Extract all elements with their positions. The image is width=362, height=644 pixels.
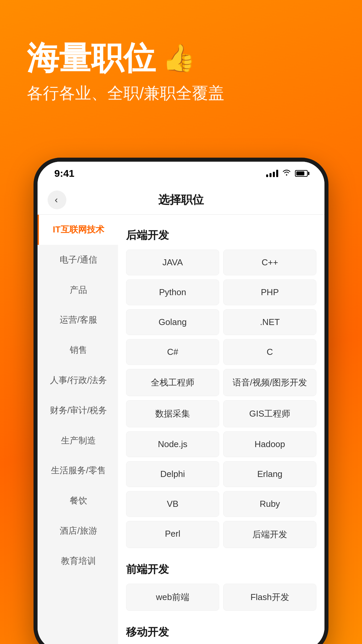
tag-C[interactable]: C bbox=[223, 339, 316, 365]
right-panel: 后端开发JAVAC++PythonPHPGolang.NETC#C全栈工程师语音… bbox=[118, 215, 324, 644]
tag--NET[interactable]: .NET bbox=[223, 309, 316, 335]
tag-----[interactable]: 后端开发 bbox=[223, 521, 316, 548]
tag-Golang[interactable]: Golang bbox=[126, 309, 219, 335]
sidebar-item-11[interactable]: 教育培训 bbox=[38, 546, 118, 576]
sidebar-item-4[interactable]: 销售 bbox=[38, 335, 118, 365]
tag-VB[interactable]: VB bbox=[126, 491, 219, 517]
tag-web--[interactable]: web前端 bbox=[126, 584, 219, 611]
tag-PHP[interactable]: PHP bbox=[223, 279, 316, 305]
tag-JAVA[interactable]: JAVA bbox=[126, 250, 219, 275]
nav-title: 选择职位 bbox=[158, 192, 204, 208]
tag-row: VBRuby bbox=[126, 491, 316, 517]
tag-row: JAVAC++ bbox=[126, 250, 316, 275]
hero-title-text: 海量职位 bbox=[27, 40, 156, 76]
back-button[interactable]: ‹ bbox=[48, 191, 66, 209]
sidebar-item-1[interactable]: 电子/通信 bbox=[38, 245, 118, 275]
sidebar: IT互联网技术电子/通信产品运营/客服销售人事/行政/法务财务/审计/税务生产制… bbox=[38, 215, 118, 644]
section-title-0: 后端开发 bbox=[126, 228, 316, 243]
section-spacer bbox=[126, 552, 316, 559]
status-bar: 9:41 bbox=[38, 162, 324, 185]
tag-Hadoop[interactable]: Hadoop bbox=[223, 431, 316, 457]
tag-Delphi[interactable]: Delphi bbox=[126, 461, 219, 487]
tag-row: Golang.NET bbox=[126, 309, 316, 335]
back-icon: ‹ bbox=[55, 195, 58, 205]
tag-Python[interactable]: Python bbox=[126, 279, 219, 305]
battery-icon bbox=[295, 170, 308, 177]
tag-----------[interactable]: 语音/视频/图形开发 bbox=[223, 369, 316, 396]
tag-Ruby[interactable]: Ruby bbox=[223, 491, 316, 517]
sidebar-item-8[interactable]: 生活服务/零售 bbox=[38, 455, 118, 486]
tag-row: PythonPHP bbox=[126, 279, 316, 305]
hero-title: 海量职位 👍 bbox=[27, 40, 335, 76]
tag-row: C#C bbox=[126, 339, 316, 365]
hero-section: 海量职位 👍 各行各业、全职/兼职全覆盖 bbox=[0, 0, 362, 124]
sidebar-item-10[interactable]: 酒店/旅游 bbox=[38, 516, 118, 546]
sidebar-item-7[interactable]: 生产制造 bbox=[38, 426, 118, 456]
tag-Erlang[interactable]: Erlang bbox=[223, 461, 316, 487]
content-area: IT互联网技术电子/通信产品运营/客服销售人事/行政/法务财务/审计/税务生产制… bbox=[38, 215, 324, 644]
tag-C--[interactable]: C++ bbox=[223, 250, 316, 275]
hero-subtitle: 各行各业、全职/兼职全覆盖 bbox=[27, 83, 335, 104]
tag-C-[interactable]: C# bbox=[126, 339, 219, 365]
phone-frame: 9:41 ‹ 选择职位 IT互联网技术电子/通信产 bbox=[34, 158, 328, 644]
signal-icon bbox=[266, 170, 278, 177]
sidebar-item-9[interactable]: 餐饮 bbox=[38, 486, 118, 516]
sidebar-item-5[interactable]: 人事/行政/法务 bbox=[38, 365, 118, 395]
sidebar-item-3[interactable]: 运营/客服 bbox=[38, 305, 118, 335]
tag-GIS---[interactable]: GIS工程师 bbox=[223, 400, 316, 427]
tag-Perl[interactable]: Perl bbox=[126, 521, 219, 548]
nav-bar: ‹ 选择职位 bbox=[38, 185, 324, 215]
sidebar-item-2[interactable]: 产品 bbox=[38, 275, 118, 305]
tag-row: DelphiErlang bbox=[126, 461, 316, 487]
tag-row: 全栈工程师语音/视频/图形开发 bbox=[126, 369, 316, 396]
section-title-2: 移动开发 bbox=[126, 625, 316, 640]
tag-row: Perl后端开发 bbox=[126, 521, 316, 548]
status-icons bbox=[266, 169, 308, 178]
status-time: 9:41 bbox=[54, 168, 74, 179]
sidebar-item-0[interactable]: IT互联网技术 bbox=[38, 215, 118, 245]
wifi-icon bbox=[282, 169, 291, 178]
tag-row: Node.jsHadoop bbox=[126, 431, 316, 457]
tag-row: 数据采集GIS工程师 bbox=[126, 400, 316, 427]
tag-row: web前端Flash开发 bbox=[126, 584, 316, 611]
sidebar-item-6[interactable]: 财务/审计/税务 bbox=[38, 395, 118, 426]
tag------[interactable]: 全栈工程师 bbox=[126, 369, 219, 396]
tag-----[interactable]: 数据采集 bbox=[126, 400, 219, 427]
tag-Flash--[interactable]: Flash开发 bbox=[223, 584, 316, 611]
thumb-icon: 👍 bbox=[162, 43, 196, 73]
tag-Node-js[interactable]: Node.js bbox=[126, 431, 219, 457]
section-title-1: 前端开发 bbox=[126, 562, 316, 577]
section-spacer bbox=[126, 615, 316, 622]
